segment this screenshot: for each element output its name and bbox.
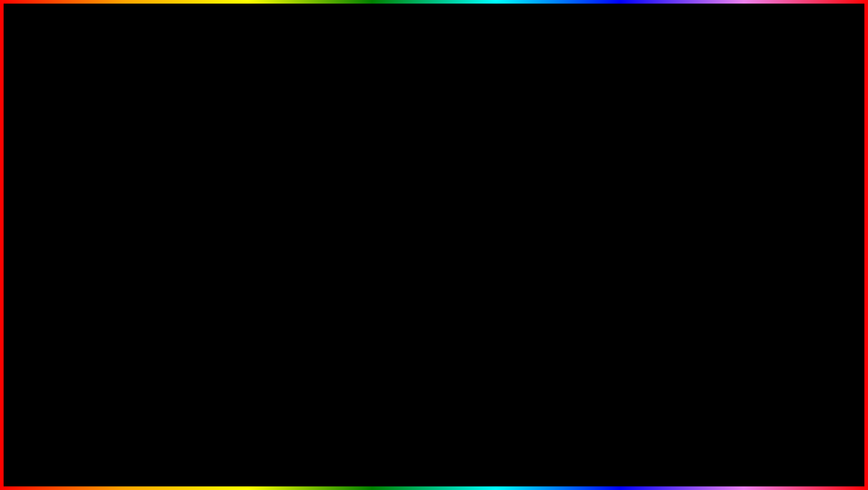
panel-right-sidebar: Teleport Dungeon Fruit+Esp Shop Misc Sta… [622,162,662,250]
panel-left-avatar: 👤 [45,150,56,160]
logo-bottom-right: 💀 BLOX FRUITS [708,434,801,470]
panel-right-ping: [Ping] : 565.165 (38%CV) [737,153,787,158]
checkbox-autostart[interactable] [815,211,821,217]
panel-right-body: Teleport Dungeon Fruit+Esp Shop Misc Sta… [622,162,827,250]
panel-right-content: Use in Dungeon Only! Select Dungeon : ▼ … [662,162,827,250]
panel-left-header: M MADOX Blox Fruit Update 18 [Time] : 12… [41,134,246,148]
feature-logo-1: M [87,195,95,203]
checkbox-autonext[interactable] [815,224,821,230]
dungeon-only-note: Use in Dungeon Only! [666,169,823,178]
checkbox-farmmonster[interactable] [235,235,241,241]
feature-row-autofarm: M Start Auto Farm [85,192,243,205]
pastebin-text: PASTEBIN [399,430,604,478]
feature-divider-1 [98,196,98,202]
feature-divider-r2 [678,211,679,217]
panel-left-game: Blox Fruit Update 18 [84,138,176,143]
sidebar-btn-racev4[interactable]: Race V4 [41,201,81,214]
valentines-text: VALENTINES [18,430,277,478]
feature-label-farmmonster: Farm Selected Monster [101,235,232,241]
title-blox: BLOX [194,9,394,92]
sidebar-btn-main[interactable]: Main [41,162,81,175]
panel-right-game: Blox Fruit Update 18 [664,138,756,143]
panel-right-username: XxArSendxX [640,152,667,158]
sidebar-btn-misc-r[interactable]: Misc [622,214,662,227]
logo-text-area: BLOX FRUITS [748,435,801,468]
title-fruits: FRUITS [414,9,674,92]
logo-fruits-text: FRUITS [748,454,801,468]
panel-left-subheader: 👤 XxArSendxX Hr(s) : 0 Min(s) : 10 Sec(s… [41,148,246,162]
sidebar-btn-settings[interactable]: Settings [41,175,81,188]
sidebar-btn-stats[interactable]: Stats [41,214,81,227]
panel-right-avatar: 👤 [625,150,636,160]
feature-row-killaura: M Kill Aura [666,233,823,246]
panel-right-time: [Time] : 12:28:35 [FPS] : 59 [760,138,823,143]
feature-logo-r2: M [667,210,676,218]
feature-logo-2: M [87,234,95,242]
feature-row-autostart: M Auto Start Dungeon [666,207,823,220]
sidebar-btn-dungeon-r[interactable]: Dungeon [622,175,662,188]
sidebar-btn-player[interactable]: Player [41,227,81,241]
panel-right-header: M MADOX Blox Fruit Update 18 [Time] : 12… [622,134,827,148]
feature-divider-r3 [678,224,679,230]
sidebar-btn-teleport[interactable]: Teleport [41,241,81,254]
panel-left-body: Main Settings Weapons Race V4 Stats Play… [41,162,246,254]
panel-left-ping: [Ping] : 256.97 (44%CV) [157,153,205,158]
script-text: SCRIPT [278,438,397,476]
panel-left-username: XxArSendxX [59,152,87,158]
feature-row-autobuy: M Auto Buy Chip Dungeon [666,194,823,207]
sidebar-btn-teleport-r[interactable]: Teleport [622,162,662,175]
feature-logo-r4: M [667,236,676,244]
bottom-text-area: VALENTINES SCRIPT PASTEBIN [18,430,604,479]
dropdown-arrow-monster-icon: ▼ [234,220,239,226]
bottom-container: VALENTINES SCRIPT PASTEBIN 💀 BLOX FRUITS [18,430,850,479]
feature-label-autobuy: Auto Buy Chip Dungeon [681,198,812,204]
title-container: BLOX FRUITS [0,9,868,92]
feature-divider-r4 [678,237,679,243]
sidebar-btn-status-r[interactable]: Status [622,227,662,241]
panel-left-logo: M [45,136,55,146]
logo-blox-text: BLOX [748,435,801,454]
panel-right-logo: M [625,136,635,146]
logo-skull-icon: 💀 [708,434,744,470]
panel-left-time: [Time] : 12:21:51 [FPS] : 63 [180,138,243,143]
select-monster-dropdown[interactable]: Select Monster : ▼ [85,218,243,228]
checkbox-autobuy[interactable] [815,198,821,204]
panel-right: M MADOX Blox Fruit Update 18 [Time] : 12… [621,133,828,251]
section-divider-other: Other [85,209,243,214]
feature-divider-r1 [678,198,679,204]
checkbox-killaura[interactable] [815,237,821,243]
section-divider-main: Main [85,169,243,175]
sidebar-btn-weapons[interactable]: Weapons [41,188,81,201]
feature-label-autostart: Auto Start Dungeon [681,211,812,217]
checkbox-autofarm[interactable] [235,196,241,202]
feature-logo-r3: M [667,223,676,231]
select-dungeon-dropdown[interactable]: Select Dungeon : ▼ [666,181,823,192]
panel-left-sidebar: Main Settings Weapons Race V4 Stats Play… [41,162,82,254]
feature-label-autonext: Auto Next Island [681,224,812,230]
panel-right-stats: Hr(s) : 0 Min(s) : 17 Sec(s) : 24 [671,153,733,158]
feature-label-killaura: Kill Aura [681,237,812,243]
feature-row-farmmonster: M Farm Selected Monster [85,231,243,244]
dropdown-arrow-icon: ▼ [234,181,239,187]
sidebar-btn-fruitesp-r[interactable]: Fruit+Esp [622,188,662,201]
panel-right-subheader: 👤 XxArSendxX Hr(s) : 0 Min(s) : 17 Sec(s… [622,148,827,162]
panel-left: M MADOX Blox Fruit Update 18 [Time] : 12… [40,133,247,254]
panel-right-title: MADOX [639,138,660,144]
feature-divider-2 [98,235,98,241]
feature-row-autonext: M Auto Next Island [666,220,823,233]
feature-label-autofarm: Start Auto Farm [101,196,232,201]
select-mode-dropdown[interactable]: Select Mode Farm : Level Farm ▼ [85,178,243,189]
sidebar-btn-shop-r[interactable]: Shop [622,201,662,214]
dropdown-arrow-dungeon-icon: ▼ [814,183,819,189]
panel-left-content: Main Select Mode Farm : Level Farm ▼ M S… [82,162,246,254]
panel-left-title: MADOX [58,138,80,144]
feature-logo-r1: M [667,197,676,205]
panel-left-stats: Hr(s) : 0 Min(s) : 10 Sec(s) : 40 [91,153,152,158]
